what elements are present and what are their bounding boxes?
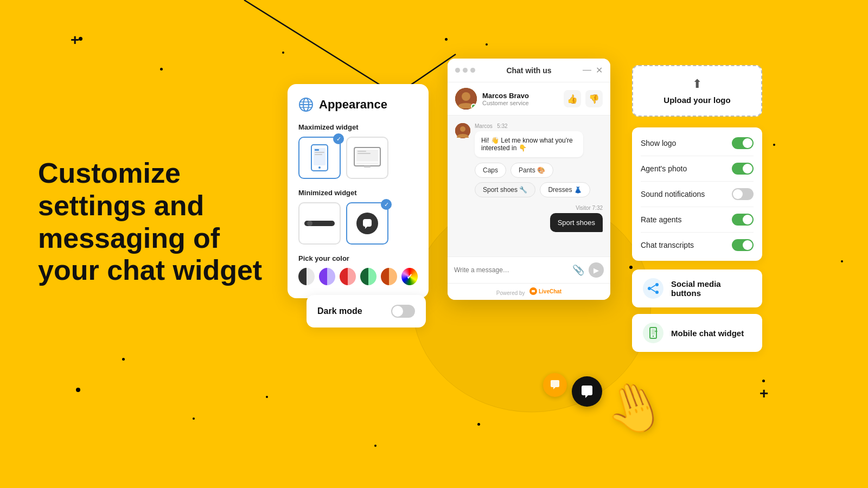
rate-agents-toggle[interactable] [732,214,754,226]
option-sport-shoes[interactable]: Sport shoes 🔧 [475,182,535,197]
svg-rect-10 [315,149,319,151]
svg-rect-18 [358,151,366,152]
chat-header-title: Chat with us [506,66,551,75]
svg-rect-17 [364,166,371,168]
visitor-time: Visitor 7:32 [576,205,603,211]
color-half-black[interactable] [298,268,315,285]
check-badge-2: ✓ [381,199,392,210]
chat-transcripts-row: Chat transcripts [641,233,754,258]
color-red[interactable] [340,268,356,285]
dark-mode-label: Dark mode [317,306,362,316]
social-media-label: Social media buttons [671,279,751,298]
share-icon [647,282,659,294]
hero-line3: messaging of [38,222,220,254]
minimized-bar-option[interactable] [298,202,341,245]
option-pants[interactable]: Pants 🎨 [510,163,553,178]
svg-rect-29 [532,290,535,292]
chat-bubble-secondary[interactable] [543,373,567,397]
agent-status-dot [471,104,476,109]
bot-sender-name: Marcos [475,123,493,129]
svg-point-21 [307,221,312,226]
svg-point-32 [655,291,659,294]
svg-point-30 [655,283,659,286]
maximized-desktop-option[interactable] [346,137,388,179]
powered-text: Powered by [496,290,525,296]
svg-rect-19 [358,153,371,154]
svg-rect-11 [315,152,324,153]
chat-header-dots [455,68,475,73]
bot-avatar [455,123,470,138]
chat-input[interactable] [454,266,568,274]
rate-agents-row: Rate agents [641,207,754,233]
color-purple[interactable] [319,268,335,285]
svg-line-34 [651,289,655,292]
maximized-label: Maximized widget [298,123,418,131]
appearance-card: Appearance Maximized widget ✓ [288,84,429,298]
chat-bubble-secondary-icon [549,379,561,391]
agent-avatar [455,88,477,110]
attach-button[interactable]: 📎 [572,264,584,276]
bot-sender-time-value: 5:32 [497,123,507,129]
agent-info: Marcos Bravo Customer service [482,92,558,106]
chat-widget: Chat with us — ✕ Marcos Bravo Customer s… [448,59,610,300]
thumbs-down-button[interactable]: 👎 [585,90,603,107]
color-rainbow[interactable] [401,268,418,285]
svg-point-24 [462,92,470,101]
option-caps[interactable]: Caps [475,163,506,178]
chat-header: Chat with us — ✕ [448,59,610,82]
livechat-brand-name: LiveChat [539,288,561,294]
visitor-bubble: Sport shoes [550,213,603,232]
mobile-widget-icon [309,144,330,172]
bot-avatar-svg [455,123,470,138]
chat-transcripts-toggle[interactable] [732,239,754,251]
close-button[interactable]: ✕ [596,65,603,75]
social-media-icon [643,278,663,299]
chat-messages: Marcos 5:32 Hi! 👋 Let me know what you'r… [448,115,610,256]
mobile-icon [647,327,659,339]
minimized-bubble-icon [355,211,379,235]
send-button[interactable]: ▶ [589,262,604,278]
appearance-title: Appearance [319,98,387,112]
chat-dot-3 [470,68,475,73]
color-orange[interactable] [381,268,397,285]
minimize-button[interactable]: — [583,65,591,75]
sound-notifications-row: Sound notifications [641,182,754,207]
minimized-bubble-option[interactable]: ✓ [346,202,388,245]
bot-message-text: Hi! 👋 Let me know what you're interested… [481,137,573,152]
hero-text-block: Customize settings and messaging of your… [38,157,277,287]
agent-name: Marcos Bravo [482,92,558,100]
rate-agents-label: Rate agents [641,215,682,224]
agent-role: Customer service [482,100,558,106]
thumbs-up-button[interactable]: 👍 [564,90,581,107]
deco-plus-2: + [760,385,768,402]
bot-bubble: Hi! 👋 Let me know what you're interested… [475,131,583,157]
color-swatches [298,268,418,285]
upload-logo-card[interactable]: ⬆ Upload your logo [632,65,762,117]
desktop-widget-icon [353,146,381,169]
dark-mode-toggle[interactable] [391,305,415,318]
upload-icon: ⬆ [692,77,702,91]
show-logo-toggle[interactable] [732,137,754,149]
color-section: Pick your color [298,254,418,285]
maximized-mobile-option[interactable]: ✓ [298,137,341,179]
hero-line1: Customize [38,157,181,189]
mobile-chat-icon [643,323,663,343]
agents-photo-toggle[interactable] [732,163,754,175]
hero-line2: settings and [38,190,204,221]
agent-bar: Marcos Bravo Customer service 👍 👎 [448,82,610,115]
hero-line4: your chat widget [38,254,262,286]
option-dresses[interactable]: Dresses 👗 [540,182,590,197]
chat-transcripts-label: Chat transcripts [641,241,694,249]
show-logo-row: Show logo [641,131,754,156]
settings-panel: ⬆ Upload your logo Show logo Agent's pho… [632,65,762,352]
social-media-card[interactable]: Social media buttons [632,269,762,307]
color-green[interactable] [360,268,376,285]
svg-point-37 [653,336,654,337]
sound-notifications-toggle[interactable] [732,188,754,200]
chat-powered: Powered by LiveChat [448,283,610,300]
agents-photo-label: Agent's photo [641,164,687,173]
mobile-chat-card[interactable]: Mobile chat widget [632,314,762,352]
svg-rect-16 [356,163,378,164]
livechat-logo: LiveChat [529,287,561,295]
livechat-logo-icon [529,287,537,295]
